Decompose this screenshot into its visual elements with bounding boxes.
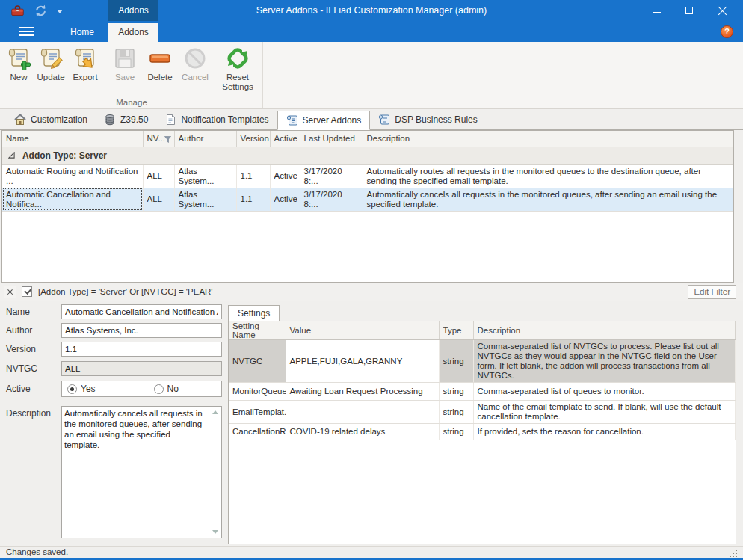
active-label: Active <box>6 384 31 394</box>
filter-bar: [Addon Type] = 'Server' Or [NVTGC] = 'PE… <box>0 283 743 301</box>
scroll-down-icon[interactable] <box>212 530 218 534</box>
column-header-value[interactable]: Value <box>286 321 439 340</box>
house-icon <box>14 114 26 126</box>
group-expand-icon[interactable] <box>8 150 15 161</box>
settings-header-row: Setting Name Value Type Description <box>229 321 736 340</box>
document-icon <box>164 114 176 126</box>
close-icon <box>718 6 727 16</box>
tab-customization[interactable]: Customization <box>6 110 96 129</box>
contextual-tab-header[interactable]: Addons <box>108 0 158 21</box>
tab-server-addons[interactable]: Server Addons <box>277 111 371 130</box>
save-button[interactable]: Save <box>108 44 142 82</box>
detail-panel: Name Author Version NVTGC Active Yes No … <box>0 301 743 546</box>
toolbox-icon[interactable] <box>10 4 25 18</box>
addons-grid: Name NV... Author Version Active Last Up… <box>1 130 734 283</box>
new-addon-icon <box>7 46 31 70</box>
addon-row-automatic-cancellation[interactable]: Automatic Cancellation and Notifica... A… <box>2 188 733 211</box>
delete-icon <box>148 46 172 70</box>
name-label: Name <box>6 307 30 317</box>
active-radio-group: Yes No <box>61 381 222 397</box>
document-tab-strip: Customization Z39.50 Notification Temp <box>0 110 743 130</box>
column-header-setting-description[interactable]: Description <box>473 321 736 340</box>
column-header-nvtgc[interactable]: NV... <box>143 131 174 147</box>
titlebar[interactable]: Server Addons - ILLiad Customization Man… <box>0 0 743 21</box>
ribbon-group-label: Manage <box>0 98 263 107</box>
save-icon <box>113 46 137 70</box>
filter-funnel-icon[interactable] <box>164 135 171 144</box>
column-header-description[interactable]: Description <box>363 131 733 147</box>
window-controls <box>640 0 739 21</box>
grid-header-row: Name NV... Author Version Active Last Up… <box>2 131 733 147</box>
tab-settings[interactable]: Settings <box>228 305 280 321</box>
maximize-icon <box>685 7 693 14</box>
update-addon-icon <box>39 46 63 70</box>
filter-enabled-checkbox[interactable] <box>22 286 32 297</box>
edit-filter-button[interactable]: Edit Filter <box>688 285 736 299</box>
column-header-type[interactable]: Type <box>439 321 473 340</box>
database-icon <box>104 114 116 126</box>
ribbon-tab-home[interactable]: Home <box>64 23 101 42</box>
group-row-server[interactable]: Addon Type: Server <box>2 147 733 164</box>
setting-row-emailtemplate[interactable]: EmailTemplat... string Name of the email… <box>229 401 736 424</box>
reset-settings-icon <box>226 46 250 70</box>
version-field[interactable] <box>61 342 222 357</box>
app-window: Server Addons - ILLiad Customization Man… <box>0 0 743 560</box>
tab-dsp-business-rules[interactable]: DSP Business Rules <box>370 110 486 129</box>
nvtgc-label: NVTGC <box>6 363 37 374</box>
radio-dot-icon <box>154 384 164 394</box>
setting-row-cancellationreason[interactable]: CancellationR... COVID-19 related delays… <box>229 424 736 440</box>
ribbon-tab-row: Home Addons ? <box>0 21 743 42</box>
export-button[interactable]: Export <box>68 44 102 82</box>
description-label: Description <box>6 408 51 419</box>
minimize-button[interactable] <box>640 0 673 21</box>
active-yes-radio[interactable]: Yes <box>67 384 96 394</box>
addon-row-automatic-routing[interactable]: Automatic Routing and Notification ... A… <box>2 164 733 188</box>
ribbon-body: New Update <box>0 42 743 109</box>
settings-table: Setting Name Value Type Description NVTG… <box>228 321 736 544</box>
description-field[interactable]: Automatically cancels all requests in th… <box>62 407 210 538</box>
help-icon[interactable]: ? <box>721 25 733 38</box>
description-field-wrap: Automatically cancels all requests in th… <box>61 406 222 538</box>
author-field[interactable] <box>61 323 222 338</box>
active-no-radio[interactable]: No <box>154 384 179 394</box>
delete-button[interactable]: Delete <box>142 44 178 82</box>
addon-scroll-icon <box>286 114 298 126</box>
close-button[interactable] <box>706 0 739 21</box>
column-header-setting-name[interactable]: Setting Name <box>229 321 286 340</box>
maximize-button[interactable] <box>673 0 706 21</box>
clear-filter-button[interactable] <box>4 286 16 298</box>
tab-z3950[interactable]: Z39.50 <box>96 110 156 129</box>
column-header-name[interactable]: Name <box>2 131 143 147</box>
setting-row-monitorqueues[interactable]: MonitorQueues Awaiting Loan Request Proc… <box>229 383 736 401</box>
column-header-author[interactable]: Author <box>174 131 236 147</box>
column-header-version[interactable]: Version <box>236 131 270 147</box>
export-addon-icon <box>73 46 97 70</box>
status-message: Changes saved. <box>6 547 68 556</box>
update-button[interactable]: Update <box>34 44 68 82</box>
qat-customize-caret-icon[interactable] <box>57 10 63 13</box>
rules-scroll-icon <box>378 114 390 126</box>
name-field[interactable] <box>61 304 222 319</box>
status-bar: Changes saved. <box>0 546 743 558</box>
scroll-up-icon[interactable] <box>212 410 218 414</box>
column-header-active[interactable]: Active <box>270 131 300 147</box>
quick-access-toolbar <box>10 0 63 21</box>
nvtgc-field[interactable] <box>61 361 222 376</box>
hamburger-menu-icon[interactable] <box>19 27 34 36</box>
filter-expression: [Addon Type] = 'Server' Or [NVTGC] = 'PE… <box>38 287 213 296</box>
setting-row-nvtgc[interactable]: NVTGC APPLE,FUJI,GALA,GRANNY string Comm… <box>229 340 736 383</box>
ribbon-group-manage: New Update <box>0 42 263 108</box>
tab-notification-templates[interactable]: Notification Templates <box>156 110 277 129</box>
reset-settings-button[interactable]: ResetSettings <box>218 44 258 92</box>
cancel-icon <box>183 46 207 70</box>
new-button[interactable]: New <box>4 44 34 82</box>
author-label: Author <box>6 325 32 336</box>
refresh-icon[interactable] <box>34 4 48 18</box>
radio-dot-icon <box>67 384 77 394</box>
description-scrollbar[interactable] <box>210 407 221 538</box>
ribbon-tab-addons[interactable]: Addons <box>108 23 158 42</box>
minimize-icon <box>653 12 661 13</box>
version-label: Version <box>6 344 36 354</box>
column-header-last-updated[interactable]: Last Updated <box>300 131 363 147</box>
cancel-button[interactable]: Cancel <box>178 44 212 82</box>
